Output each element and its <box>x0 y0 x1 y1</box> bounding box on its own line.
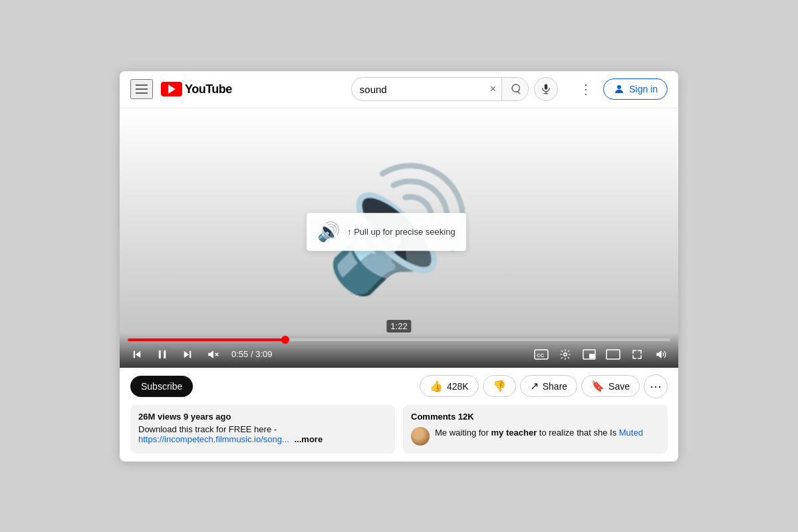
miniplayer-button[interactable] <box>580 345 598 364</box>
svg-rect-0 <box>545 84 548 90</box>
comments-box: Comments 12K Me waiting for my teacher t… <box>403 405 668 454</box>
subscribe-button[interactable]: Subscribe <box>130 376 193 397</box>
share-label: Share <box>543 381 567 392</box>
comment-item: Me waiting for my teacher to realize tha… <box>411 427 660 446</box>
search-bar: × <box>351 77 558 101</box>
video-description: Download this track for FREE here - http… <box>138 424 387 444</box>
svg-marker-4 <box>136 350 141 358</box>
mute-icon <box>207 348 219 360</box>
info-comments-row: 26M views 9 years ago Download this trac… <box>130 405 668 454</box>
tooltip-speaker-icon: 🔊 <box>317 221 340 243</box>
skip-forward-button[interactable] <box>178 345 197 364</box>
svg-rect-5 <box>134 350 135 358</box>
svg-point-3 <box>617 85 621 89</box>
svg-rect-18 <box>606 350 620 359</box>
avatar <box>411 427 430 446</box>
right-controls: CC <box>532 345 670 364</box>
menu-button[interactable] <box>130 79 153 99</box>
action-group: 👍 428K 👎 ↗ Share 🔖 Save ⋯ <box>420 374 668 398</box>
mute-button[interactable] <box>203 345 222 364</box>
search-input[interactable] <box>352 84 485 95</box>
svg-marker-8 <box>184 350 190 358</box>
account-icon <box>613 83 625 95</box>
search-form: × <box>351 77 529 101</box>
time-label: 1:22 <box>386 320 411 332</box>
progress-thumb[interactable] <box>281 336 289 344</box>
controls-row: 0:55 / 3:09 CC <box>128 345 670 364</box>
dislike-icon: 👎 <box>493 380 506 392</box>
comment-text: Me waiting for my teacher to realize tha… <box>435 427 643 439</box>
comment-link: Muted <box>619 428 643 438</box>
skip-back-icon <box>131 348 143 360</box>
captions-icon: CC <box>534 349 549 360</box>
save-button[interactable]: 🔖 Save <box>581 375 640 397</box>
comments-header: Comments 12K <box>411 412 660 422</box>
action-row: Subscribe 👍 428K 👎 ↗ Share 🔖 Save ⋯ <box>130 374 668 398</box>
dislike-button[interactable]: 👎 <box>483 375 516 397</box>
controls-area: 1:22 <box>120 333 678 368</box>
more-actions-button[interactable]: ⋯ <box>644 374 668 398</box>
svg-marker-19 <box>656 350 662 358</box>
youtube-container: YouTube × ⋮ <box>120 71 678 462</box>
volume-button[interactable] <box>652 345 670 364</box>
volume-icon <box>654 348 668 360</box>
like-count: 428K <box>447 381 469 392</box>
logo-text: YouTube <box>185 82 232 96</box>
time-display: 0:55 / 3:09 <box>231 349 272 359</box>
video-player[interactable]: 🔊 🔊 ↑ Pull up for precise seeking 1:22 <box>120 108 678 368</box>
comment-part-2: to realize that she Is <box>537 428 619 438</box>
save-label: Save <box>608 381 630 392</box>
avatar-image <box>411 427 430 446</box>
more-text[interactable]: ...more <box>295 434 323 444</box>
tooltip-text: ↑ Pull up for precise seeking <box>347 227 456 237</box>
video-info-box: 26M views 9 years ago Download this trac… <box>130 405 395 454</box>
video-link[interactable]: https://incompetech.filmmusic.io/song... <box>138 434 289 444</box>
like-icon: 👍 <box>430 380 443 392</box>
bottom-section: Subscribe 👍 428K 👎 ↗ Share 🔖 Save ⋯ <box>120 368 678 462</box>
search-button[interactable] <box>501 77 528 101</box>
skip-back-button[interactable] <box>128 345 146 364</box>
logo[interactable]: YouTube <box>161 82 232 96</box>
skip-forward-icon <box>182 348 194 360</box>
header-right: ⋮ Sign in <box>574 77 668 101</box>
tooltip-popup: 🔊 ↑ Pull up for precise seeking <box>307 213 466 251</box>
theater-icon <box>606 349 620 360</box>
captions-button[interactable]: CC <box>532 345 551 364</box>
like-button[interactable]: 👍 428K <box>420 375 479 397</box>
svg-rect-6 <box>159 350 161 358</box>
microphone-icon <box>540 83 552 95</box>
sign-in-label: Sign in <box>629 84 658 94</box>
svg-rect-7 <box>164 350 166 358</box>
svg-text:CC: CC <box>537 352 545 358</box>
microphone-button[interactable] <box>534 77 558 101</box>
theater-button[interactable] <box>604 345 622 364</box>
video-meta: 26M views 9 years ago <box>138 412 387 422</box>
more-options-button[interactable]: ⋮ <box>574 77 598 101</box>
svg-rect-17 <box>589 354 595 358</box>
svg-rect-9 <box>190 350 191 358</box>
pause-icon <box>156 348 168 360</box>
pause-button[interactable] <box>153 345 172 364</box>
header: YouTube × ⋮ <box>120 71 678 108</box>
settings-button[interactable] <box>556 345 575 364</box>
fullscreen-button[interactable] <box>628 345 646 364</box>
save-icon: 🔖 <box>591 380 604 392</box>
share-button[interactable]: ↗ Share <box>520 375 577 397</box>
comment-bold: my teacher <box>491 428 537 438</box>
sign-in-button[interactable]: Sign in <box>603 78 668 100</box>
search-icon <box>509 83 521 95</box>
fullscreen-icon <box>631 348 643 360</box>
share-icon: ↗ <box>530 380 539 392</box>
svg-point-15 <box>564 352 567 356</box>
progress-track[interactable]: 1:22 <box>128 338 670 341</box>
comment-part-1: Me waiting for <box>435 428 491 438</box>
progress-filled <box>128 338 285 341</box>
video-desc-text: Download this track for FREE here - <box>138 424 277 434</box>
clear-search-button[interactable]: × <box>485 83 501 95</box>
svg-marker-10 <box>208 350 213 358</box>
youtube-logo-icon <box>161 82 182 96</box>
settings-icon <box>559 348 571 360</box>
miniplayer-icon <box>583 349 596 360</box>
